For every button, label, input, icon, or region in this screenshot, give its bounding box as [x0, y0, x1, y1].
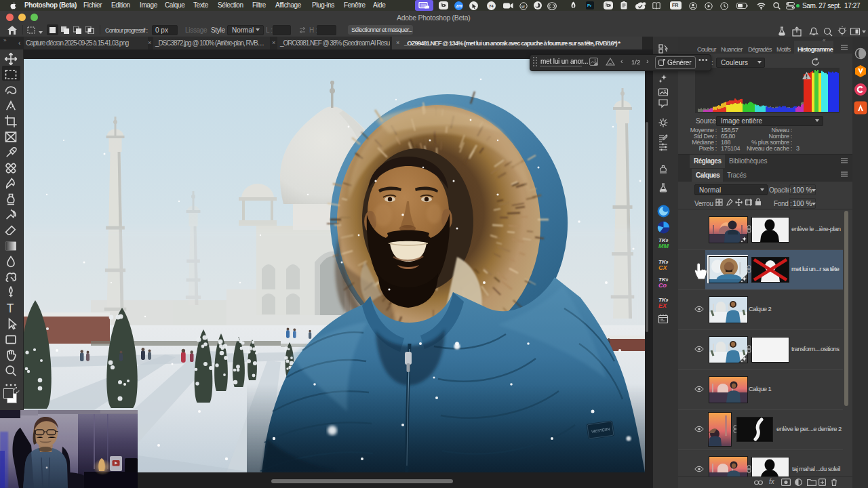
svg-text:w: w [521, 3, 526, 8]
svg-text:T: T [7, 302, 14, 315]
